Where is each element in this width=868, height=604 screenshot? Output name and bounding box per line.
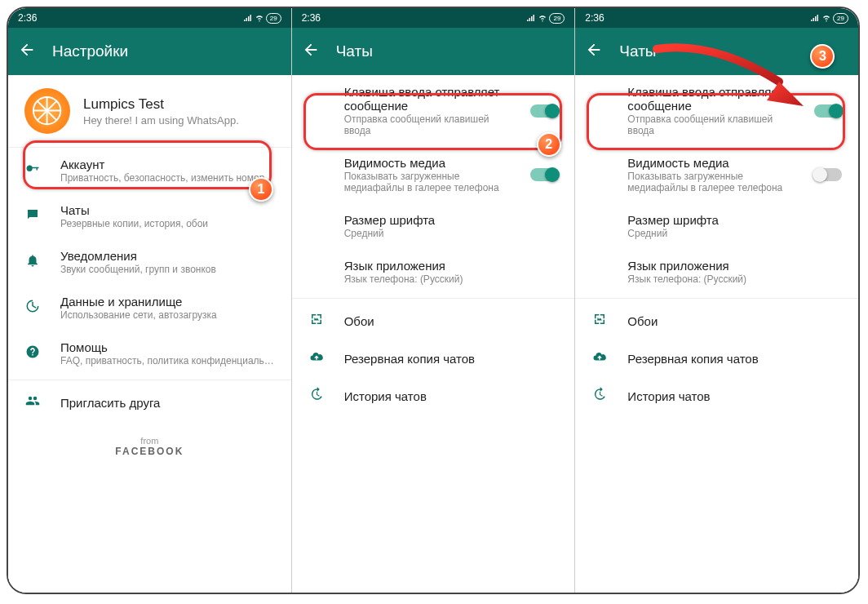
profile-name: Lumpics Test <box>83 96 239 113</box>
settings-invite[interactable]: Пригласить друга <box>8 384 291 421</box>
row-label: Размер шрифта <box>344 213 559 227</box>
row-sub: Показывать загруженные медиафайлы в гале… <box>344 171 512 193</box>
page-title: Чаты <box>336 42 373 60</box>
chat-app-language[interactable]: Язык приложения Язык телефона: (Русский) <box>292 249 575 295</box>
battery-icon: 29 <box>266 13 281 24</box>
settings-notifications[interactable]: Уведомления Звуки сообщений, групп и зво… <box>8 239 291 285</box>
people-icon <box>25 393 40 408</box>
status-icons: 29 <box>243 13 281 24</box>
help-icon <box>25 344 40 359</box>
switch-media[interactable] <box>814 168 842 181</box>
row-label: Видимость медиа <box>627 156 795 170</box>
status-bar: 2:36 29 <box>575 8 858 28</box>
divider <box>575 298 858 299</box>
facebook-label: FACEBOOK <box>8 446 291 457</box>
data-icon <box>25 299 40 313</box>
row-label: Данные и хранилище <box>60 295 275 309</box>
chat-icon <box>25 207 40 222</box>
history-icon <box>592 387 607 402</box>
row-sub: Язык телефона: (Русский) <box>627 273 842 285</box>
wallpaper-icon <box>592 312 607 326</box>
svg-line-4 <box>47 111 57 121</box>
chat-font-size[interactable]: Размер шрифта Средний <box>575 203 858 249</box>
row-label: Аккаунт <box>60 158 275 171</box>
status-time: 2:36 <box>18 12 37 24</box>
settings-help[interactable]: Помощь FAQ, приватность, политика конфид… <box>8 331 291 376</box>
chat-history[interactable]: История чатов <box>575 377 858 415</box>
chat-wallpaper[interactable]: Обои <box>292 302 575 340</box>
row-label: Обои <box>627 314 842 328</box>
wifi-icon <box>822 13 831 23</box>
battery-icon: 29 <box>549 13 565 24</box>
history-icon <box>309 387 324 402</box>
chat-enter-sends[interactable]: Клавиша ввода отправляет сообщение Отпра… <box>292 75 575 146</box>
screenshots-container: 2:36 29 Настройки <box>7 7 860 594</box>
back-button[interactable] <box>302 41 320 62</box>
row-sub: Отправка сообщений клавишей ввода <box>627 113 795 136</box>
signal-icon <box>526 13 536 23</box>
arrow-back-icon <box>18 41 36 59</box>
chat-app-language[interactable]: Язык приложения Язык телефона: (Русский) <box>575 249 858 295</box>
settings-content: Lumpics Test Hey there! I am using Whats… <box>8 75 291 593</box>
switch-media[interactable] <box>530 168 558 181</box>
row-label: История чатов <box>344 389 559 403</box>
phone-chats-on: 2:36 29 Чаты Клавиша ввода отправляет со… <box>291 8 575 593</box>
row-label: История чатов <box>627 389 842 403</box>
arrow-back-icon <box>302 41 320 59</box>
cloud-up-icon <box>592 349 607 364</box>
row-label: Язык приложения <box>344 259 559 273</box>
chat-media-visibility[interactable]: Видимость медиа Показывать загруженные м… <box>575 146 858 203</box>
back-button[interactable] <box>585 41 603 62</box>
chat-enter-sends[interactable]: Клавиша ввода отправляет сообщение Отпра… <box>575 75 858 146</box>
svg-line-6 <box>38 111 47 121</box>
row-label: Помощь <box>60 340 275 354</box>
chat-media-visibility[interactable]: Видимость медиа Показывать загруженные м… <box>292 146 575 203</box>
chat-history[interactable]: История чатов <box>292 377 575 415</box>
svg-line-8 <box>38 101 47 111</box>
phone-settings: 2:36 29 Настройки <box>8 8 291 593</box>
chat-wallpaper[interactable]: Обои <box>575 302 858 340</box>
row-label: Чаты <box>60 203 275 217</box>
svg-line-2 <box>47 101 57 111</box>
wifi-icon <box>538 13 547 23</box>
chat-backup[interactable]: Резервная копия чатов <box>292 340 575 377</box>
avatar <box>24 88 70 134</box>
status-bar: 2:36 29 <box>292 8 575 28</box>
signal-icon <box>243 13 253 23</box>
row-label: Размер шрифта <box>627 213 842 227</box>
divider <box>8 380 291 380</box>
row-sub: Средний <box>344 228 559 239</box>
row-label: Видимость медиа <box>344 156 512 170</box>
cloud-up-icon <box>309 349 324 364</box>
row-label: Язык приложения <box>627 259 842 273</box>
row-sub: Использование сети, автозагрузка <box>60 309 275 321</box>
battery-icon: 29 <box>833 13 848 24</box>
row-label: Уведомления <box>60 249 275 263</box>
switch-enter[interactable] <box>814 104 842 118</box>
status-time: 2:36 <box>585 12 604 24</box>
settings-chats[interactable]: Чаты Резервные копии, история, обои <box>8 193 291 239</box>
row-sub: Язык телефона: (Русский) <box>344 273 559 285</box>
switch-enter[interactable] <box>530 104 558 118</box>
chat-font-size[interactable]: Размер шрифта Средний <box>292 203 575 249</box>
badge-2: 2 <box>537 132 561 157</box>
settings-data[interactable]: Данные и хранилище Использование сети, а… <box>8 285 291 331</box>
row-label: Клавиша ввода отправляет сообщение <box>344 85 512 113</box>
row-label: Резервная копия чатов <box>627 352 842 366</box>
status-time: 2:36 <box>302 12 321 24</box>
row-sub: Средний <box>627 228 842 239</box>
badge-1: 1 <box>249 177 273 202</box>
back-button[interactable] <box>18 41 36 62</box>
row-sub: Отправка сообщений клавишей ввода <box>344 113 512 136</box>
profile-status: Hey there! I am using WhatsApp. <box>83 114 239 127</box>
row-label: Резервная копия чатов <box>344 352 559 366</box>
row-label: Клавиша ввода отправляет сообщение <box>627 85 795 113</box>
row-sub: FAQ, приватность, политика конфиденциаль… <box>60 355 275 366</box>
chat-backup[interactable]: Резервная копия чатов <box>575 340 858 377</box>
page-title: Настройки <box>52 42 128 60</box>
phone-chats-off: 2:36 29 Чаты Клавиша ввода отправляет со… <box>574 8 858 593</box>
page-title: Чаты <box>619 42 656 60</box>
from-label: from <box>8 436 291 446</box>
profile-row[interactable]: Lumpics Test Hey there! I am using Whats… <box>8 75 291 148</box>
wallpaper-icon <box>309 312 324 326</box>
